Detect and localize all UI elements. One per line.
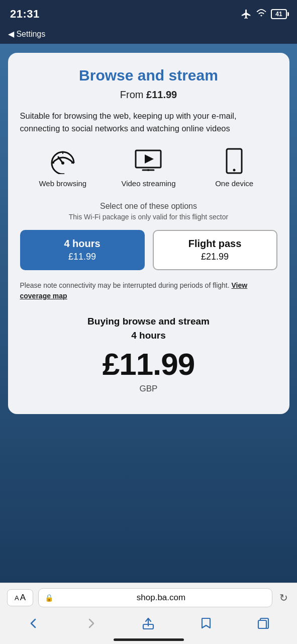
airplane-icon <box>241 9 252 20</box>
product-card: Browse and stream From £11.99 Suitable f… <box>8 53 289 414</box>
browser-back-button[interactable] <box>22 614 46 632</box>
share-icon <box>141 616 155 630</box>
feature-web-browsing: Web browsing <box>20 148 105 188</box>
option-flightpass-price: £21.99 <box>159 252 271 262</box>
share-button[interactable] <box>136 614 160 632</box>
speedometer-icon <box>47 148 78 174</box>
url-bar-row: A A 🔒 shop.ba.com ↻ <box>0 583 297 610</box>
option-flightpass-button[interactable]: Flight pass £21.99 <box>153 230 277 270</box>
status-time: 21:31 <box>10 8 40 21</box>
coverage-note-text: Please note connectivity may be interrup… <box>20 281 232 289</box>
coverage-note: Please note connectivity may be interrup… <box>20 280 277 301</box>
feature-video-streaming-label: Video streaming <box>121 179 175 188</box>
product-description: Suitable for browsing the web, keeping u… <box>20 110 277 135</box>
tablet-icon <box>219 148 250 174</box>
select-options-label: Select one of these options <box>20 202 277 211</box>
price-value: £11.99 <box>146 89 177 100</box>
url-text: shop.ba.com <box>56 593 266 603</box>
forward-arrow-icon <box>84 616 98 630</box>
home-indicator <box>114 638 184 641</box>
back-navigation[interactable]: ◀ Settings <box>0 27 297 44</box>
svg-point-8 <box>147 169 149 171</box>
lock-icon: 🔒 <box>45 594 53 602</box>
buying-title-line1: Buying browse and stream <box>87 316 210 327</box>
buying-price: £11.99 <box>20 346 277 382</box>
option-4hours-button[interactable]: 4 hours £11.99 <box>20 230 145 270</box>
svg-rect-13 <box>258 620 266 628</box>
option-4hours-title: 4 hours <box>26 238 139 250</box>
status-bar: 21:31 41 <box>0 0 297 27</box>
tabs-icon <box>256 616 270 630</box>
price-from-label: From <box>120 89 146 100</box>
url-bar[interactable]: 🔒 shop.ba.com <box>38 588 272 607</box>
svg-point-1 <box>61 162 64 165</box>
reload-button[interactable]: ↻ <box>277 592 290 604</box>
svg-marker-6 <box>145 154 154 164</box>
buying-title-line2: 4 hours <box>131 330 166 341</box>
card-title: Browse and stream <box>20 67 277 84</box>
features-row: Web browsing Video streaming <box>20 148 277 188</box>
feature-one-device-label: One device <box>215 179 253 188</box>
feature-web-browsing-label: Web browsing <box>39 179 86 188</box>
tabs-button[interactable] <box>251 614 275 632</box>
play-icon <box>133 148 164 174</box>
font-size-button[interactable]: A A <box>7 589 33 606</box>
option-4hours-price: £11.99 <box>26 252 139 262</box>
status-icons: 41 <box>241 9 287 20</box>
browser-forward-button[interactable] <box>79 614 103 632</box>
price-from-line: From £11.99 <box>20 89 277 101</box>
battery-indicator: 41 <box>271 9 287 19</box>
font-size-small: A <box>15 594 19 602</box>
buying-summary: Buying browse and stream 4 hours £11.99 … <box>20 314 277 394</box>
bookmarks-icon <box>199 616 213 630</box>
back-label[interactable]: ◀ Settings <box>8 29 45 39</box>
back-arrow-icon <box>27 616 41 630</box>
browser-nav-icons <box>0 610 297 638</box>
main-background: Browse and stream From £11.99 Suitable f… <box>0 44 297 597</box>
feature-video-streaming: Video streaming <box>106 148 191 188</box>
bookmarks-button[interactable] <box>194 614 218 632</box>
feature-one-device: One device <box>192 148 277 188</box>
valid-note: This Wi-Fi package is only valid for thi… <box>20 213 277 221</box>
font-size-large: A <box>20 593 26 603</box>
buying-currency: GBP <box>20 384 277 394</box>
buying-title: Buying browse and stream 4 hours <box>20 314 277 343</box>
option-flightpass-title: Flight pass <box>159 238 271 250</box>
browser-bottom-bar: A A 🔒 shop.ba.com ↻ <box>0 583 297 644</box>
wifi-icon <box>256 9 267 20</box>
options-buttons: 4 hours £11.99 Flight pass £21.99 <box>20 230 277 270</box>
svg-point-10 <box>233 169 236 171</box>
